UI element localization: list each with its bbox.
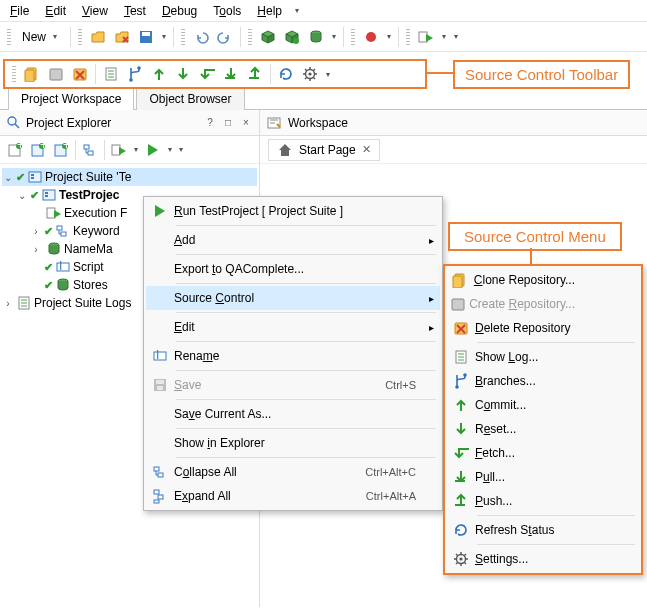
tree-label: Project Suite 'Te [45,170,131,184]
new-item-button[interactable] [27,139,49,161]
ctx-run[interactable]: Run TestProject [ Project Suite ] [146,199,440,223]
save-button[interactable] [135,26,157,48]
redo-button[interactable] [214,26,236,48]
sub-settings[interactable]: Settings... [447,547,639,571]
sub-reset[interactable]: Reset... [447,417,639,441]
tree-label: Project Suite Logs [34,296,131,310]
annotation-sc-menu: Source Control Menu [448,222,622,251]
menu-file[interactable]: File [4,2,35,20]
chevron-down-icon[interactable]: ▾ [384,26,394,48]
new-project-button[interactable] [4,139,26,161]
sub-branches[interactable]: Branches... [447,369,639,393]
panel-title: Project Explorer [26,116,199,130]
sc-push-button[interactable] [244,63,266,85]
tree-label: Stores [73,278,108,292]
ctx-save: SaveCtrl+S [146,373,440,397]
sc-branches-button[interactable] [124,63,146,85]
menu-test[interactable]: Test [118,2,152,20]
sub-commit[interactable]: Commit... [447,393,639,417]
close-project-button[interactable] [111,26,133,48]
tree-label: Execution F [64,206,127,220]
source-control-toolbar: ▾ [3,59,427,89]
main-toolbar: New▾ ▾ ▾ ▾ ▾ ▾ [0,22,647,52]
menu-help[interactable]: Help [251,2,288,20]
ctx-add[interactable]: Add▸ [146,228,440,252]
tab-project-workspace[interactable]: Project Workspace [8,87,134,110]
tab-object-browser[interactable]: Object Browser [136,87,244,110]
sc-fetch-button[interactable] [196,63,218,85]
menu-edit[interactable]: Edit [39,2,72,20]
menu-view[interactable]: View [76,2,114,20]
menu-debug[interactable]: Debug [156,2,203,20]
open-button[interactable] [87,26,109,48]
run-test-button[interactable] [415,26,437,48]
tree-label: NameMa [64,242,113,256]
help-button[interactable]: ? [203,116,217,130]
close-button[interactable]: × [239,116,253,130]
ctx-save-as[interactable]: Save Current As... [146,402,440,426]
toolbar-overflow-icon[interactable]: ▾ [323,63,333,85]
cube2-button[interactable] [281,26,303,48]
undo-button[interactable] [190,26,212,48]
grip-icon [78,29,82,45]
new-element-button[interactable] [50,139,72,161]
sub-delete[interactable]: Delete Repository [447,316,639,340]
sub-fetch[interactable]: Fetch... [447,441,639,465]
home-icon [277,142,293,158]
sub-refresh[interactable]: Refresh Status [447,518,639,542]
ctx-label: un TestProject [ Project Suite ] [183,204,344,218]
chevron-down-icon[interactable]: ▾ [329,26,339,48]
menubar-overflow-icon[interactable]: ▾ [292,0,302,22]
tab-start-page[interactable]: Start Page ✕ [268,139,380,161]
sc-reset-button[interactable] [172,63,194,85]
ctx-rename[interactable]: Rename [146,344,440,368]
tree-label: Keyword [73,224,120,238]
grip-icon [7,29,11,45]
tree-label: TestProjec [59,188,119,202]
db-button[interactable] [305,26,327,48]
sc-showlog-button[interactable] [100,63,122,85]
ctx-collapse-all[interactable]: Collapse AllCtrl+Alt+C [146,460,440,484]
grip-icon [351,29,355,45]
chevron-down-icon: ▾ [50,26,60,48]
close-tab-button[interactable]: ✕ [362,143,371,156]
ctx-expand-all[interactable]: Expand AllCtrl+Alt+A [146,484,440,508]
ctx-export-qacomplete[interactable]: Export to QAComplete... [146,257,440,281]
context-menu: Run TestProject [ Project Suite ] Add▸ E… [143,196,443,511]
sc-settings-button[interactable] [299,63,321,85]
record-button[interactable] [360,26,382,48]
chevron-down-icon[interactable]: ▾ [439,26,449,48]
run-item-button[interactable] [108,139,130,161]
sc-pull-button[interactable] [220,63,242,85]
search-icon [6,115,22,131]
sc-commit-button[interactable] [148,63,170,85]
toolbar-overflow-icon[interactable]: ▾ [451,26,461,48]
chevron-down-icon[interactable]: ▾ [159,26,169,48]
annotation-sc-toolbar: Source Control Toolbar [453,60,630,89]
annotation-line [427,72,453,74]
script-icon [55,259,71,275]
namemap-icon [46,241,62,257]
sc-delete-button[interactable] [69,63,91,85]
new-button[interactable]: New▾ [16,24,66,50]
sc-create-button[interactable] [45,63,67,85]
sub-pull[interactable]: Pull... [447,465,639,489]
chevron-down-icon[interactable]: ▾ [131,139,141,161]
menu-tools[interactable]: Tools [207,2,247,20]
ctx-show-in-explorer[interactable]: Show in Explorer [146,431,440,455]
cube1-button[interactable] [257,26,279,48]
sub-showlog[interactable]: Show Log... [447,345,639,369]
collapse-button[interactable] [79,139,101,161]
sub-push[interactable]: Push... [447,489,639,513]
ctx-source-control[interactable]: Source Control▸ [146,286,440,310]
sub-clone[interactable]: Clone Repository... [447,268,639,292]
maximize-button[interactable]: □ [221,116,235,130]
tree-label: Script [73,260,104,274]
ctx-edit[interactable]: Edit▸ [146,315,440,339]
chevron-down-icon[interactable]: ▾ [165,139,175,161]
run-button[interactable] [142,139,164,161]
sc-refresh-button[interactable] [275,63,297,85]
sc-clone-button[interactable] [21,63,43,85]
grip-icon [181,29,185,45]
toolbar-overflow-icon[interactable]: ▾ [176,139,186,161]
